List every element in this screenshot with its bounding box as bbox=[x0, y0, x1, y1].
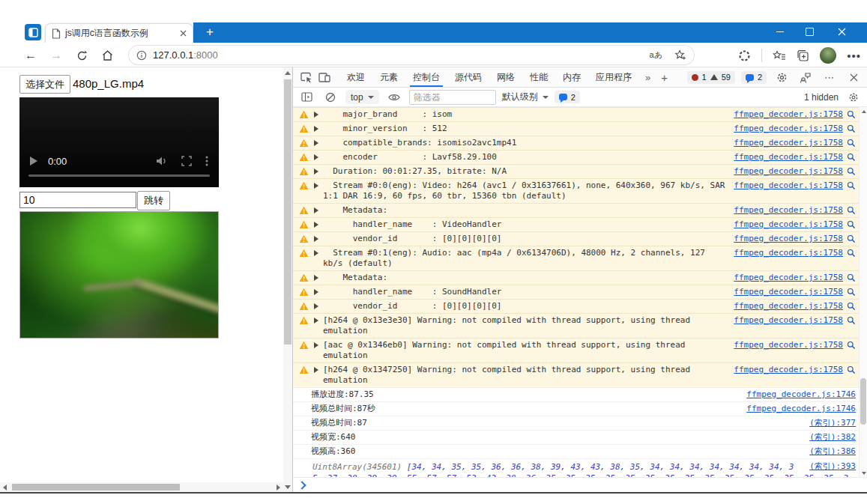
expand-arrow-icon[interactable] bbox=[314, 140, 318, 146]
search-source-icon[interactable] bbox=[847, 139, 856, 148]
search-source-icon[interactable] bbox=[847, 288, 856, 297]
expand-arrow-icon[interactable] bbox=[314, 183, 318, 189]
forward-button[interactable]: → bbox=[46, 46, 66, 65]
scroll-right-icon[interactable] bbox=[277, 485, 280, 491]
live-expression-eye-icon[interactable] bbox=[385, 88, 403, 106]
source-link[interactable]: ffmpeg_decoder.js:1758 bbox=[734, 138, 843, 148]
console-scrollbar-thumb[interactable] bbox=[860, 378, 866, 425]
scroll-up-icon[interactable] bbox=[284, 68, 291, 77]
source-link[interactable]: ffmpeg_decoder.js:1758 bbox=[734, 152, 843, 163]
window-close-button[interactable] bbox=[827, 21, 856, 43]
page-hscrollbar-thumb[interactable] bbox=[12, 484, 180, 491]
expand-arrow-icon[interactable] bbox=[314, 168, 318, 174]
expand-arrow-icon[interactable] bbox=[314, 112, 318, 118]
browser-tab[interactable]: js调用c语言函数示例 bbox=[45, 23, 193, 43]
devtools-tab[interactable]: 控制台 bbox=[405, 67, 447, 87]
search-source-icon[interactable] bbox=[847, 234, 856, 243]
source-link[interactable]: ffmpeg_decoder.js:1758 bbox=[734, 248, 843, 258]
expand-arrow-icon[interactable] bbox=[314, 126, 318, 132]
window-maximize-button[interactable] bbox=[795, 21, 824, 43]
browser-menu-icon[interactable]: ••• bbox=[847, 49, 861, 62]
expand-arrow-icon[interactable] bbox=[314, 275, 318, 281]
profile-avatar[interactable] bbox=[820, 47, 836, 64]
source-link[interactable]: ffmpeg_decoder.js:1758 bbox=[734, 365, 843, 375]
add-devtools-tab-button[interactable]: + bbox=[656, 71, 672, 84]
volume-icon[interactable] bbox=[156, 156, 168, 166]
source-link[interactable]: ffmpeg_decoder.js:1758 bbox=[734, 301, 843, 312]
scroll-down-icon[interactable] bbox=[284, 482, 291, 491]
inspect-element-icon[interactable] bbox=[297, 68, 315, 86]
scroll-up-icon[interactable] bbox=[860, 107, 867, 116]
seek-button[interactable]: 跳转 bbox=[137, 191, 170, 210]
devtools-tab[interactable]: 欢迎 bbox=[339, 67, 372, 87]
source-link[interactable]: ffmpeg_decoder.js:1758 bbox=[734, 234, 843, 244]
source-link[interactable]: ffmpeg_decoder.js:1746 bbox=[746, 404, 856, 414]
seek-input[interactable] bbox=[19, 192, 136, 208]
source-link[interactable]: ffmpeg_decoder.js:1758 bbox=[734, 124, 843, 134]
source-link[interactable]: ffmpeg_decoder.js:1758 bbox=[734, 273, 843, 283]
new-tab-button[interactable]: + bbox=[202, 25, 217, 40]
expand-arrow-icon[interactable] bbox=[314, 342, 318, 348]
tab-close-icon[interactable] bbox=[180, 30, 187, 37]
console-filter-input[interactable] bbox=[409, 90, 496, 105]
refresh-button[interactable] bbox=[72, 46, 91, 65]
expand-arrow-icon[interactable] bbox=[314, 303, 318, 309]
address-bar[interactable]: 127.0.0.1:8000 aあ bbox=[129, 46, 694, 64]
devtools-close-icon[interactable] bbox=[845, 68, 863, 86]
scroll-left-icon[interactable] bbox=[3, 485, 7, 491]
video-menu-icon[interactable] bbox=[205, 156, 208, 166]
search-source-icon[interactable] bbox=[847, 302, 856, 311]
source-link[interactable]: ffmpeg_decoder.js:1758 bbox=[734, 287, 843, 297]
source-link[interactable]: ffmpeg_decoder.js:1746 bbox=[746, 389, 856, 400]
log-level-selector[interactable]: 默认级别 bbox=[502, 91, 549, 103]
expand-arrow-icon[interactable] bbox=[314, 250, 318, 256]
back-button[interactable]: ← bbox=[21, 46, 40, 65]
source-link[interactable]: ffmpeg_decoder.js:1758 bbox=[734, 219, 843, 230]
search-source-icon[interactable] bbox=[847, 124, 856, 133]
console-issues-badge[interactable]: 2 bbox=[555, 91, 580, 103]
devtools-tab[interactable]: 性能 bbox=[522, 67, 555, 87]
search-source-icon[interactable] bbox=[847, 167, 856, 176]
search-source-icon[interactable] bbox=[847, 206, 856, 215]
devtools-settings-icon[interactable] bbox=[773, 68, 791, 86]
page-scrollbar-thumb[interactable] bbox=[284, 79, 291, 344]
devtools-tab[interactable]: 应用程序 bbox=[588, 67, 639, 87]
page-horizontal-scrollbar[interactable] bbox=[0, 482, 283, 492]
search-source-icon[interactable] bbox=[847, 365, 856, 374]
source-link[interactable]: ffmpeg_decoder.js:1758 bbox=[734, 315, 843, 326]
expand-arrow-icon[interactable] bbox=[314, 236, 318, 242]
source-link[interactable]: ffmpeg_decoder.js:1758 bbox=[734, 109, 843, 120]
search-source-icon[interactable] bbox=[847, 316, 856, 325]
search-source-icon[interactable] bbox=[847, 181, 856, 190]
devtools-tab[interactable]: 源代码 bbox=[447, 67, 489, 87]
expand-arrow-icon[interactable] bbox=[314, 207, 318, 213]
more-tabs-button[interactable]: » bbox=[639, 72, 656, 83]
js-context-selector[interactable]: top bbox=[345, 90, 379, 104]
device-toolbar-icon[interactable] bbox=[315, 68, 333, 86]
search-source-icon[interactable] bbox=[847, 249, 856, 258]
search-source-icon[interactable] bbox=[847, 110, 856, 119]
search-source-icon[interactable] bbox=[847, 220, 856, 229]
expand-arrow-icon[interactable] bbox=[314, 367, 318, 373]
search-source-icon[interactable] bbox=[847, 153, 856, 162]
source-link[interactable]: ffmpeg_decoder.js:1758 bbox=[734, 340, 843, 350]
source-link[interactable]: (索引):386 bbox=[809, 446, 856, 457]
translate-icon[interactable]: aあ bbox=[650, 49, 662, 61]
console-settings-icon[interactable] bbox=[845, 88, 863, 106]
favorites-hub-icon[interactable] bbox=[773, 50, 786, 61]
source-link[interactable]: (索引):393 bbox=[809, 461, 856, 472]
devtools-menu-icon[interactable]: ⋯ bbox=[821, 68, 839, 86]
tab-actions-button[interactable] bbox=[25, 24, 41, 40]
source-link[interactable]: (索引):382 bbox=[809, 432, 856, 443]
feedback-icon[interactable] bbox=[797, 68, 815, 86]
fullscreen-icon[interactable] bbox=[181, 156, 192, 166]
expand-arrow-icon[interactable] bbox=[314, 222, 318, 228]
expand-arrow-icon[interactable] bbox=[314, 318, 318, 324]
clear-console-icon[interactable] bbox=[321, 88, 339, 106]
source-link[interactable]: ffmpeg_decoder.js:1758 bbox=[734, 166, 843, 177]
expand-arrow-icon[interactable] bbox=[314, 154, 318, 160]
console-scrollbar[interactable] bbox=[859, 107, 867, 478]
source-link[interactable]: ffmpeg_decoder.js:1758 bbox=[734, 205, 843, 216]
console-prompt[interactable] bbox=[293, 477, 867, 492]
play-icon[interactable] bbox=[30, 157, 37, 166]
